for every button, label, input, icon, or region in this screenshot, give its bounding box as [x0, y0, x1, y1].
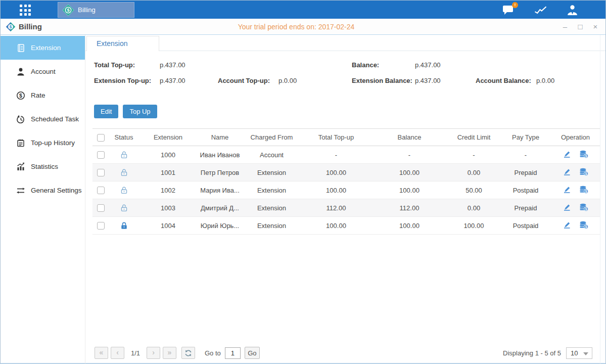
pagination-bar: « ‹ 1/1 › » Go to Go Displaying: [95, 346, 592, 359]
sidebar-item-statistics[interactable]: Statistics: [1, 155, 85, 178]
sidebar-item-general-settings[interactable]: General Settings: [1, 178, 85, 202]
cell-extension: 1001: [139, 164, 197, 181]
account-balance-label: Account Balance:: [476, 77, 531, 84]
cell-balance: -: [371, 146, 447, 164]
person-icon: [16, 67, 25, 76]
resource-monitor-icon[interactable]: [534, 5, 547, 15]
total-topup-value: p.437.00: [160, 61, 185, 69]
next-page-button[interactable]: ›: [147, 347, 160, 359]
minimize-button[interactable]: –: [561, 23, 569, 31]
billing-title-icon: $: [6, 22, 16, 32]
tab-extension[interactable]: Extension: [86, 36, 159, 51]
goto-page-input[interactable]: [225, 347, 241, 359]
cell-charged-from: Extension: [243, 164, 301, 181]
balance-label: Balance:: [352, 61, 379, 69]
cell-name: Дмитрий Д...: [197, 199, 243, 217]
page-size-select[interactable]: 10: [566, 347, 592, 359]
table-row: 1002 Мария Ива... Extension 100.00 100.0…: [92, 181, 600, 199]
top-up-row-icon[interactable]: $: [579, 186, 588, 194]
top-up-row-icon[interactable]: $: [579, 150, 588, 158]
refresh-button[interactable]: [181, 347, 195, 359]
table-row: 1003 Дмитрий Д... Extension 112.00 112.0…: [92, 199, 600, 217]
account-topup-label: Account Top-up:: [218, 77, 270, 84]
billing-app-tab[interactable]: $ Billing: [58, 2, 134, 18]
displaying-text: Displaying 1 - 5 of 5: [503, 349, 561, 357]
billing-window: $ Billing !: [0, 0, 606, 364]
edit-row-icon[interactable]: [563, 168, 571, 176]
app-grid-menu-icon[interactable]: [20, 5, 31, 16]
edit-row-icon[interactable]: [563, 150, 571, 158]
cell-extension: 1000: [139, 146, 197, 164]
cell-balance: 100.00: [371, 164, 447, 181]
cell-pay-type: Postpaid: [500, 217, 551, 235]
close-button[interactable]: ×: [591, 23, 599, 31]
trial-notice: Your trial period ends on: 2017-02-24: [238, 23, 355, 31]
balance-value: p.437.00: [415, 61, 441, 69]
row-checkbox[interactable]: [97, 169, 105, 176]
messages-icon[interactable]: !: [502, 4, 515, 15]
tabstrip: Extension: [85, 36, 605, 51]
row-checkbox[interactable]: [97, 151, 105, 159]
top-up-row-icon[interactable]: $: [579, 203, 588, 211]
cell-total-topup: 112.00: [301, 199, 371, 217]
notification-badge: !: [512, 2, 518, 8]
table-row: 1001 Петр Петров Extension 100.00 100.00…: [92, 164, 600, 181]
sidebar-item-rate[interactable]: $ Rate: [1, 83, 85, 107]
cell-total-topup: -: [301, 146, 371, 164]
edit-button[interactable]: Edit: [94, 105, 118, 118]
cell-credit-limit: 0.00: [447, 199, 500, 217]
first-page-button[interactable]: «: [95, 347, 108, 359]
transfer-arrows-icon: [16, 186, 25, 195]
column-pay-type: Pay Type: [500, 129, 551, 146]
cell-total-topup: 100.00: [301, 217, 371, 235]
lock-closed-icon: [120, 221, 128, 230]
edit-row-icon[interactable]: [563, 186, 571, 194]
last-page-button[interactable]: »: [163, 347, 176, 359]
column-total-topup: Total Top-up: [301, 129, 371, 146]
user-account-icon[interactable]: [566, 5, 579, 15]
cell-total-topup: 100.00: [301, 164, 371, 181]
app-topbar: $ Billing !: [1, 1, 605, 19]
edit-row-icon[interactable]: [563, 221, 571, 229]
column-extension: Extension: [139, 129, 197, 146]
select-all-checkbox[interactable]: [97, 134, 105, 142]
sidebar-item-scheduled-task[interactable]: Scheduled Task: [1, 107, 85, 131]
extension-topup-label: Extension Top-up:: [94, 77, 151, 84]
chevron-down-icon: [583, 352, 588, 355]
svg-text:$: $: [10, 25, 12, 29]
cell-name: Петр Петров: [197, 164, 243, 181]
cell-balance: 112.00: [371, 199, 447, 217]
page-indicator: 1/1: [127, 349, 144, 357]
sidebar-item-extension[interactable]: Extension: [1, 36, 85, 60]
top-up-row-icon[interactable]: $: [579, 168, 588, 176]
maximize-button[interactable]: □: [576, 23, 584, 31]
go-button[interactable]: Go: [245, 347, 260, 359]
top-up-row-icon[interactable]: $: [579, 221, 588, 229]
row-checkbox[interactable]: [97, 204, 105, 212]
cell-pay-type: Postpaid: [500, 181, 551, 199]
sidebar: Extension Account $ Rate: [1, 35, 85, 363]
column-credit-limit: Credit Limit: [447, 129, 500, 146]
cell-total-topup: 100.00: [301, 181, 371, 199]
edit-row-icon[interactable]: [563, 203, 571, 211]
cell-name: Юрий Юрь...: [197, 217, 243, 235]
cell-extension: 1002: [139, 181, 197, 199]
sidebar-item-account[interactable]: Account: [1, 60, 85, 83]
extension-table: Status Extension Name Charged From Total…: [92, 128, 600, 235]
top-up-button[interactable]: Top Up: [123, 105, 157, 118]
prev-page-button[interactable]: ‹: [111, 347, 124, 359]
row-checkbox[interactable]: [97, 187, 105, 194]
billing-diamond-icon: $: [62, 4, 74, 16]
cell-name: Иван Иванов: [197, 146, 243, 164]
sidebar-item-topup-history[interactable]: Top-up History: [1, 131, 85, 155]
extension-topup-value: p.437.00: [160, 77, 185, 84]
cell-balance: 100.00: [371, 181, 447, 199]
cell-pay-type: -: [500, 146, 551, 164]
column-balance: Balance: [371, 129, 447, 146]
row-checkbox[interactable]: [97, 222, 105, 230]
cell-credit-limit: 50.00: [447, 181, 500, 199]
svg-text:$: $: [585, 171, 587, 175]
ledger-icon: [16, 43, 25, 53]
lock-open-icon: [120, 150, 128, 159]
total-topup-label: Total Top-up:: [94, 61, 135, 69]
